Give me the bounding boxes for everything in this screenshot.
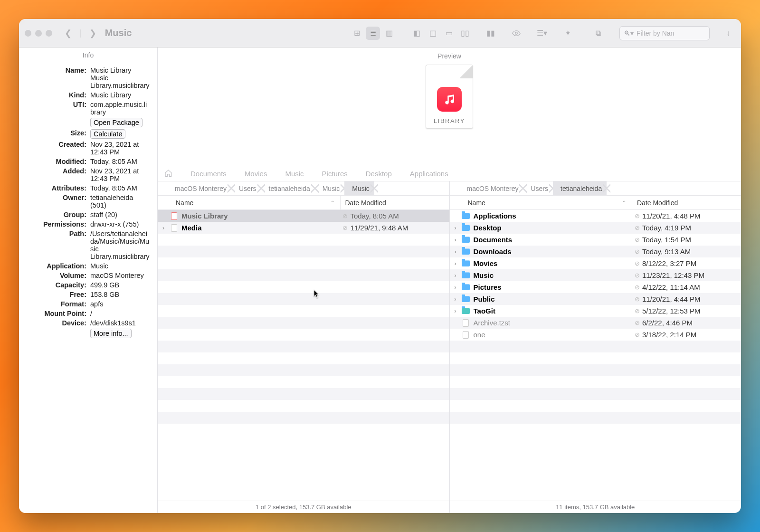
info-button-more-info-[interactable]: More info... bbox=[90, 329, 132, 338]
quicklook-button[interactable] bbox=[509, 27, 523, 40]
list-item[interactable]: Music Library⊘Today, 8:05 AM bbox=[158, 210, 449, 222]
disclosure-icon[interactable]: › bbox=[450, 237, 461, 243]
list-item[interactable]: ›Pictures⊘4/12/22, 11:14 AM bbox=[450, 281, 741, 293]
column-name[interactable]: Name⌃ bbox=[450, 199, 632, 207]
list-item[interactable]: ›Public⊘11/20/21, 4:44 PM bbox=[450, 293, 741, 305]
info-row: Mount Point:/ bbox=[19, 309, 157, 318]
crumb-users[interactable]: Users bbox=[231, 181, 261, 195]
clock-icon: ⊘ bbox=[632, 224, 642, 231]
info-row: More info... bbox=[19, 328, 157, 339]
favorite-desktop[interactable]: Desktop bbox=[366, 170, 392, 178]
arrange-button[interactable]: ☰▾ bbox=[535, 27, 549, 40]
item-date: Today, 4:19 PM bbox=[642, 224, 741, 232]
crumb-macos-monterey[interactable]: macOS Monterey bbox=[459, 181, 523, 195]
info-value: /Users/tetianaleheida/Music/Music/Music … bbox=[90, 230, 152, 260]
info-value: com.apple.music.library bbox=[90, 101, 152, 116]
split-center-button[interactable]: ◫ bbox=[426, 27, 440, 40]
sort-indicator-icon: ⌃ bbox=[331, 200, 334, 205]
disclosure-icon[interactable]: › bbox=[450, 308, 461, 314]
column-date-modified[interactable]: Date Modified bbox=[632, 196, 741, 209]
crumb-music[interactable]: Music bbox=[315, 181, 345, 195]
item-name: Desktop bbox=[474, 224, 632, 232]
info-value: Nov 23, 2021 at 12:43 PM bbox=[90, 167, 152, 182]
list-item[interactable]: one⊘3/18/22, 2:14 PM bbox=[450, 329, 741, 341]
info-value: 499.9 GB bbox=[90, 281, 152, 289]
favorite-pictures[interactable]: Pictures bbox=[322, 170, 348, 178]
download-indicator-icon[interactable]: ↓ bbox=[721, 27, 735, 40]
forward-button[interactable]: ❯ bbox=[87, 28, 98, 38]
info-value: Calculate bbox=[90, 129, 152, 139]
list-item[interactable]: Archive.tzst⊘6/2/22, 4:46 PM bbox=[450, 317, 741, 329]
list-item[interactable]: ›Music⊘11/23/21, 12:43 PM bbox=[450, 269, 741, 281]
back-button[interactable]: ❮ bbox=[63, 28, 74, 38]
info-value: Today, 8:05 AM bbox=[90, 158, 152, 165]
item-icon bbox=[461, 296, 471, 302]
panel-toggle-button[interactable]: ▭ bbox=[442, 27, 456, 40]
item-icon bbox=[461, 319, 471, 327]
favorite-movies[interactable]: Movies bbox=[245, 170, 267, 178]
window-title: Music bbox=[105, 28, 132, 38]
disclosure-icon[interactable]: › bbox=[450, 296, 461, 303]
info-label: Path: bbox=[19, 230, 90, 260]
list-item[interactable]: ›Movies⊘8/12/22, 3:27 PM bbox=[450, 257, 741, 269]
info-label: UTI: bbox=[19, 101, 90, 116]
info-value: Nov 23, 2021 at 12:43 PM bbox=[90, 141, 152, 156]
copy-button[interactable]: ⧉ bbox=[591, 27, 605, 40]
action-button[interactable]: ✦ bbox=[560, 27, 575, 40]
disclosure-icon[interactable]: › bbox=[450, 284, 461, 291]
disclosure-icon[interactable]: › bbox=[450, 225, 461, 231]
dual-pane-button[interactable]: ▯▯ bbox=[458, 27, 472, 40]
crumb-tetianaleheida[interactable]: tetianaleheida bbox=[261, 181, 315, 195]
tab-button[interactable]: ▮▮ bbox=[484, 27, 498, 40]
search-field[interactable]: 🔍︎▾ Filter by Nan bbox=[619, 26, 710, 40]
apple-icon[interactable] bbox=[158, 181, 167, 195]
minimize-button[interactable] bbox=[35, 30, 42, 37]
list-item[interactable]: ›Media⊘11/29/21, 9:48 AM bbox=[158, 222, 449, 234]
list-view-button[interactable]: ≣ bbox=[366, 27, 380, 40]
right-file-list[interactable]: Applications⊘11/20/21, 4:48 PM›Desktop⊘T… bbox=[450, 210, 741, 501]
disclosure-icon[interactable]: › bbox=[450, 272, 461, 279]
disclosure-icon[interactable]: › bbox=[158, 225, 169, 231]
info-value: 153.8 GB bbox=[90, 291, 152, 298]
item-name: Pictures bbox=[474, 283, 632, 291]
info-row: Volume:macOS Monterey bbox=[19, 271, 157, 280]
column-name[interactable]: Name⌃ bbox=[158, 199, 340, 207]
info-value: /dev/disk1s9s1 bbox=[90, 319, 152, 327]
crumb-users[interactable]: Users bbox=[523, 181, 553, 195]
item-name: TaoGit bbox=[474, 307, 632, 315]
list-item[interactable]: Applications⊘11/20/21, 4:48 PM bbox=[450, 210, 741, 222]
clock-icon: ⊘ bbox=[632, 295, 642, 303]
info-value: Music Library Music Library.musiclibrary bbox=[90, 66, 152, 89]
zoom-button[interactable] bbox=[46, 30, 52, 37]
disclosure-icon[interactable]: › bbox=[450, 260, 461, 267]
finder-window: ❮ | ❯ Music ⊞ ≣ ▥ ◧ ◫ ▭ ▯▯ ▮▮ ☰▾ ✦ ⧉ 🔍︎▾… bbox=[19, 19, 741, 513]
left-file-list[interactable]: Music Library⊘Today, 8:05 AM›Media⊘11/29… bbox=[158, 210, 449, 501]
item-icon bbox=[461, 272, 471, 278]
info-button-open-package[interactable]: Open Package bbox=[90, 118, 142, 127]
favorite-music[interactable]: Music bbox=[285, 170, 304, 178]
info-row: Name:Music Library Music Library.musicli… bbox=[19, 66, 157, 90]
favorite-documents[interactable]: Documents bbox=[190, 170, 227, 178]
split-left-button[interactable]: ◧ bbox=[409, 27, 424, 40]
home-icon[interactable] bbox=[164, 169, 172, 179]
disclosure-icon[interactable]: › bbox=[450, 248, 461, 255]
preview-thumbnail[interactable]: LIBRARY bbox=[426, 65, 473, 129]
clock-icon: ⊘ bbox=[632, 331, 642, 338]
list-item[interactable]: ›Desktop⊘Today, 4:19 PM bbox=[450, 222, 741, 234]
icon-view-button[interactable]: ⊞ bbox=[350, 27, 364, 40]
list-item[interactable]: ›Downloads⊘Today, 9:13 AM bbox=[450, 246, 741, 257]
column-view-button[interactable]: ▥ bbox=[382, 27, 396, 40]
crumb-macos-monterey[interactable]: macOS Monterey bbox=[167, 181, 231, 195]
crumb-tetianaleheida[interactable]: tetianaleheida bbox=[553, 181, 607, 195]
close-button[interactable] bbox=[25, 30, 31, 37]
list-item[interactable]: ›Documents⊘Today, 1:54 PM bbox=[450, 234, 741, 246]
view-switcher: ⊞ ≣ ▥ bbox=[350, 27, 396, 40]
favorite-applications[interactable]: Applications bbox=[410, 170, 448, 178]
apple-icon[interactable] bbox=[450, 181, 459, 195]
list-item[interactable]: ›TaoGit⊘5/12/22, 12:53 PM bbox=[450, 305, 741, 317]
column-date-modified[interactable]: Date Modified bbox=[340, 196, 449, 209]
item-name: Applications bbox=[474, 212, 632, 220]
crumb-music[interactable]: Music bbox=[344, 181, 374, 195]
info-row: UTI:com.apple.music.library bbox=[19, 100, 157, 117]
info-button-calculate[interactable]: Calculate bbox=[90, 129, 125, 139]
